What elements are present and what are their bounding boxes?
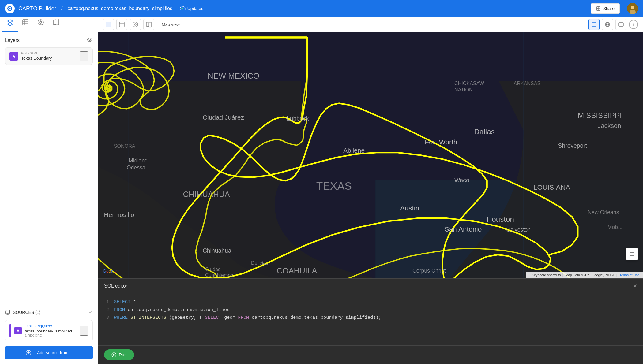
google-logo: Google [103, 269, 117, 273]
layer-type: POLYGON [21, 52, 77, 55]
status-text: Updated [187, 6, 204, 11]
doc-name: cartobq.nexus_demo.texas_boundary_simpli… [67, 6, 172, 11]
sidebar-tab-table[interactable] [18, 15, 33, 32]
map-legend-button[interactable] [626, 248, 638, 260]
app-logo [5, 4, 15, 13]
sidebar-tab-layers[interactable] [2, 15, 18, 32]
attribution-text: Map Data ©2021 Google, INEGI [565, 273, 614, 277]
map-tool-widget[interactable] [130, 19, 141, 30]
svg-marker-32 [146, 22, 151, 27]
user-avatar[interactable] [627, 3, 638, 14]
svg-text:Galveston: Galveston [506, 227, 531, 233]
main-area: Map view i [98, 17, 643, 364]
svg-rect-9 [23, 20, 28, 25]
sql-line-2: 2 FROM cartobq.nexus_demo.transmission_l… [104, 306, 637, 314]
sql-line-1: 1 SELECT * [104, 298, 637, 306]
breadcrumb-sep: / [61, 6, 62, 12]
svg-text:Mob...: Mob... [607, 224, 622, 230]
run-label: Run [119, 352, 127, 357]
map-split-view-button[interactable] [615, 19, 626, 30]
map-tool-select[interactable] [103, 19, 114, 30]
svg-marker-8 [7, 23, 13, 26]
map-view-label: Map view [162, 22, 180, 27]
share-label: Share [603, 6, 615, 11]
source-badge: A [14, 327, 22, 334]
map-svg: ZONA FORT APACHE RESERVATION SAN CARLOS … [98, 32, 643, 278]
map-container[interactable]: ZONA FORT APACHE RESERVATION SAN CARLOS … [98, 32, 643, 278]
svg-text:TEXAS: TEXAS [316, 180, 352, 192]
run-query-button[interactable]: Run [104, 349, 134, 360]
cloud-icon [179, 6, 186, 12]
map-view-2d-button[interactable] [588, 19, 600, 30]
map-tool-basemap[interactable] [143, 19, 154, 30]
svg-text:LOUISIANA: LOUISIANA [533, 184, 570, 191]
svg-rect-25 [106, 22, 111, 27]
layers-title: Layers [5, 38, 20, 43]
svg-rect-26 [119, 22, 124, 27]
layers-section: Layers A POLYGON Texas Boundary ⋮ [0, 32, 98, 70]
source-menu-button[interactable]: ⋮ [80, 326, 88, 336]
map-view-globe-button[interactable] [602, 19, 613, 30]
svg-marker-7 [7, 20, 13, 23]
svg-text:Dallas: Dallas [474, 128, 495, 136]
app-header: CARTO Builder / cartobq.nexus_demo.texas… [0, 0, 643, 17]
layer-menu-button[interactable]: ⋮ [80, 51, 88, 61]
svg-text:Jackson: Jackson [598, 122, 621, 129]
sources-header[interactable]: SOURCES (1) [5, 308, 93, 316]
sql-editor: SQL editor × 1 SELECT * 2 FROM [98, 278, 643, 364]
svg-text:Houston: Houston [487, 215, 514, 223]
sql-line-3: 3 WHERE ST_INTERSECTS (geometry, ( SELEC… [104, 314, 637, 322]
sidebar: Layers A POLYGON Texas Boundary ⋮ [0, 17, 98, 364]
source-info: Table · BigQuery texas_boundary_simplifi… [25, 324, 80, 337]
app-body: Layers A POLYGON Texas Boundary ⋮ [0, 17, 643, 364]
svg-rect-35 [592, 22, 596, 27]
sources-title: SOURCES (1) [13, 310, 40, 315]
sql-editor-content[interactable]: 1 SELECT * 2 FROM cartobq.nexus_demo.tra… [98, 293, 643, 345]
sql-editor-close-button[interactable]: × [633, 282, 637, 289]
svg-text:MISSISSIPPI: MISSISSIPPI [578, 111, 622, 120]
info-button[interactable]: i [629, 20, 638, 29]
layers-visibility-toggle[interactable] [87, 37, 93, 44]
svg-point-31 [134, 24, 136, 25]
svg-text:NEW MEXICO: NEW MEXICO [208, 72, 259, 80]
map-tool-table[interactable] [116, 19, 127, 30]
source-provider: Table · BigQuery [25, 324, 80, 328]
svg-point-14 [40, 21, 42, 23]
svg-marker-93 [113, 354, 115, 356]
svg-point-21 [6, 310, 10, 312]
sidebar-tab-analytics[interactable] [33, 15, 48, 32]
svg-text:Hermosillo: Hermosillo [104, 211, 134, 218]
svg-text:Corpus Christi: Corpus Christi [412, 268, 447, 274]
keyboard-shortcuts[interactable]: Keyboard shortcuts [530, 273, 563, 277]
map-toolbar: Map view i [98, 17, 643, 32]
sidebar-tabs [0, 17, 98, 32]
layer-name: Texas Boundary [21, 56, 77, 61]
svg-marker-17 [53, 20, 59, 25]
save-status: Updated [179, 6, 204, 12]
svg-text:SONORA: SONORA [114, 143, 135, 149]
sql-footer: Run [98, 345, 643, 364]
svg-text:COAHUILA: COAHUILA [277, 266, 318, 275]
svg-text:Midland: Midland [129, 158, 148, 164]
svg-point-30 [133, 22, 138, 27]
layers-header: Layers [5, 37, 93, 44]
svg-text:Shreveport: Shreveport [558, 142, 587, 149]
sources-section: SOURCES (1) A Table · BigQuery texas_bou… [0, 303, 98, 364]
source-meta: 1 RECORD [25, 334, 80, 337]
svg-text:Abilene: Abilene [343, 147, 365, 154]
map-attribution: Keyboard shortcuts Map Data ©2021 Google… [526, 272, 643, 278]
svg-text:Austin: Austin [400, 204, 419, 212]
svg-text:San Antonio: San Antonio [445, 225, 482, 233]
svg-text:NATION: NATION [454, 87, 473, 92]
layer-info: POLYGON Texas Boundary [21, 52, 77, 61]
layer-item[interactable]: A POLYGON Texas Boundary ⋮ [5, 47, 93, 65]
share-button[interactable]: Share [591, 3, 620, 14]
sidebar-tab-basemap[interactable] [48, 15, 64, 32]
add-source-button[interactable]: + Add source from... [5, 346, 93, 359]
svg-text:Chihuahua: Chihuahua [203, 247, 231, 254]
svg-text:Cuauhtemoc: Cuauhtemoc [205, 272, 233, 278]
terms-text[interactable]: Terms of Use [619, 273, 639, 277]
sql-editor-header: SQL editor × [98, 279, 643, 293]
sources-header-left: SOURCES (1) [5, 310, 40, 315]
source-item[interactable]: A Table · BigQuery texas_boundary_simpli… [5, 320, 93, 341]
